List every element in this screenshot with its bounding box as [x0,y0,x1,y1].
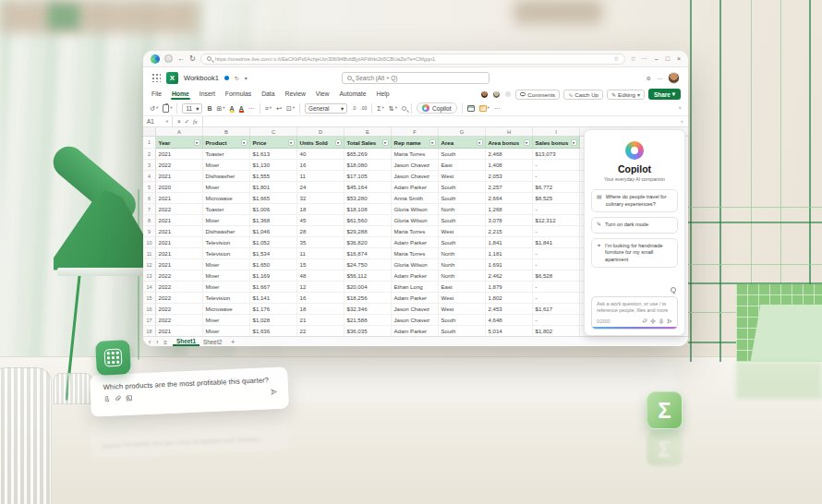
table-cell[interactable]: 40 [297,149,345,160]
attach-icon[interactable] [642,318,647,324]
table-cell[interactable]: Maria Torres [392,149,439,160]
number-format-select[interactable]: General▾ [305,103,347,114]
table-cell[interactable]: Mixer [203,326,250,336]
column-header-a[interactable]: A [156,127,203,136]
table-cell[interactable]: $1,665 [250,193,297,204]
table-cell[interactable]: 45 [297,215,345,226]
autosum-button[interactable]: Σ▾ [377,105,384,112]
table-cell[interactable]: North [439,259,486,270]
table-cell[interactable]: South [439,315,486,326]
collaborator-overflow[interactable] [504,90,512,98]
toolbar-more-button[interactable]: ⋯ [494,105,501,112]
table-cell[interactable]: - [533,259,580,270]
table-cell[interactable]: 21 [297,315,345,326]
filter-icon[interactable]: ▾ [241,139,248,146]
table-header-cell[interactable]: Year▾ [156,137,203,149]
table-cell[interactable]: 2022 [156,204,203,215]
table-cell[interactable]: 2021 [156,237,203,248]
table-cell[interactable]: $1,613 [250,149,297,160]
catch-up-button[interactable]: ∿ Catch Up [563,90,603,100]
table-cell[interactable]: 2021 [156,326,203,336]
font-color-button[interactable]: A [239,105,244,112]
copilot-prompt-card[interactable]: ▤Where do people travel for culinary exp… [591,189,678,212]
row-number[interactable]: 14 [143,282,156,293]
table-cell[interactable]: 2,453 [486,304,533,315]
table-cell[interactable]: $1,534 [250,248,297,259]
table-cell[interactable]: North [439,248,486,259]
table-cell[interactable]: Television [203,293,250,304]
table-header-cell[interactable]: Rep name▾ [392,137,439,149]
table-cell[interactable]: Adam Parker [392,293,439,304]
minimize-icon[interactable]: – [655,55,659,62]
table-cell[interactable]: 32 [297,193,345,204]
table-cell[interactable]: $1,801 [250,182,297,193]
table-cell[interactable]: 35 [297,237,345,248]
table-cell[interactable]: 16 [297,160,345,171]
table-cell[interactable]: 2,257 [486,182,533,193]
ribbon-tab-data[interactable]: Data [260,90,275,100]
table-cell[interactable]: 1,879 [486,282,533,293]
font-more-button[interactable]: ⋯ [248,105,255,112]
table-cell[interactable]: Maria Torres [392,248,439,259]
table-cell[interactable]: 16 [297,293,345,304]
title-chevron-icon[interactable]: ▾ [245,75,248,81]
ribbon-tab-insert[interactable]: Insert [199,90,216,100]
filter-icon[interactable]: ▾ [194,139,200,146]
table-cell[interactable]: Gloria Wilson [392,259,439,270]
row-number[interactable]: 6 [143,193,156,204]
row-number[interactable]: 11 [143,248,156,259]
table-cell[interactable]: Mixer [203,259,250,270]
close-icon[interactable]: × [677,55,681,62]
column-header-g[interactable]: G [439,127,486,136]
filter-icon[interactable]: ▾ [571,139,577,146]
table-cell[interactable]: 2021 [156,193,203,204]
table-cell[interactable]: West [439,304,486,315]
cancel-entry-icon[interactable]: × [177,118,181,125]
table-cell[interactable]: $1,176 [250,304,297,315]
table-cell[interactable]: $16,874 [345,248,392,259]
row-number[interactable]: 4 [143,171,156,182]
table-cell[interactable]: $36,035 [345,326,392,336]
table-cell[interactable]: $36,820 [345,237,392,248]
table-cell[interactable]: North [439,270,486,282]
table-cell[interactable]: 22 [297,326,345,336]
table-cell[interactable]: Ethan Long [392,282,439,293]
sync-status-icon[interactable]: ↻ [235,75,239,81]
table-cell[interactable]: Adam Parker [392,326,439,336]
table-cell[interactable]: 2,468 [486,149,533,160]
table-cell[interactable]: $61,560 [345,215,392,226]
lightbulb-icon[interactable] [671,287,676,293]
table-cell[interactable]: $45,164 [345,182,392,193]
row-number[interactable]: 8 [143,215,156,226]
table-cell[interactable]: - [533,226,580,237]
table-cell[interactable]: North [439,204,486,215]
table-cell[interactable]: $1,636 [250,326,297,336]
table-cell[interactable]: 18 [297,204,345,215]
mic-icon[interactable] [659,318,664,324]
row-number[interactable]: 17 [143,315,156,326]
table-cell[interactable]: 4,648 [486,315,533,326]
table-header-cell[interactable]: Units Sold▾ [297,137,345,149]
address-bar[interactable]: https://onedrive.live.com/:x:/t/EaCKkPs6… [200,54,626,65]
row-number[interactable]: 18 [143,326,156,336]
filter-icon[interactable]: ▾ [429,139,436,146]
insert-function-icon[interactable]: fx [193,118,198,125]
table-header-cell[interactable]: Sales bonus▾ [533,137,580,149]
column-header-e[interactable]: E [345,127,392,136]
table-cell[interactable]: $6,772 [533,182,580,193]
increase-decimal-button[interactable]: .0 [352,106,356,111]
sheet-tab-sheet1[interactable]: Sheet1 [173,337,199,346]
sheet-list-icon[interactable]: ≡ [163,339,167,345]
ribbon-tab-file[interactable]: File [151,90,163,100]
table-cell[interactable]: 1,268 [486,204,533,215]
table-cell[interactable]: Mixer [203,315,250,326]
sheet-nav-left-icon[interactable]: ‹ [149,339,151,345]
table-cell[interactable]: Anna Smith [392,193,439,204]
table-cell[interactable]: - [533,248,580,259]
comments-button[interactable]: Comments [515,90,560,100]
row-number[interactable]: 15 [143,293,156,304]
browser-more-icon[interactable]: ⋯ [641,55,647,62]
find-button[interactable] [402,106,406,111]
table-cell[interactable]: - [533,160,580,171]
undo-button[interactable]: ↺▾ [150,105,158,112]
